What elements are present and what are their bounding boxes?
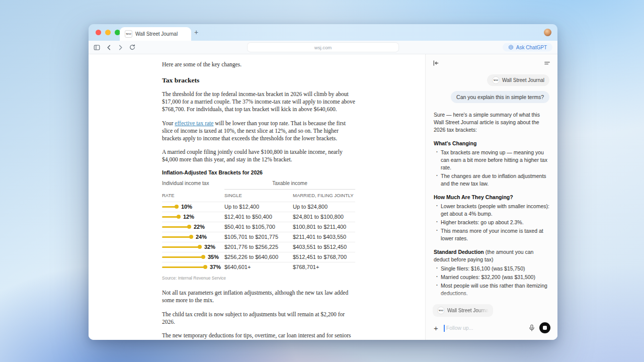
attach-plus-button[interactable]: + xyxy=(433,324,439,332)
traffic-lights xyxy=(96,30,120,35)
bullet-item: Higher brackets: go up about 2.3%. xyxy=(441,219,549,226)
collapse-sidebar-icon[interactable] xyxy=(433,60,439,66)
section-bullets: Lower brackets (people with smaller inco… xyxy=(434,203,549,242)
table-sublabel-right: Taxable income xyxy=(224,180,355,190)
article-paragraph: The new temporary deductions for tips, o… xyxy=(162,332,355,340)
bullet-item: Most people will use this rather than it… xyxy=(441,282,549,297)
address-bar[interactable]: wsj.com xyxy=(248,43,398,52)
rate-label: 10% xyxy=(181,203,192,211)
sidebar-toggle-icon[interactable] xyxy=(94,44,100,51)
married-cell: $512,451 to $768,700 xyxy=(293,253,355,261)
profile-avatar[interactable] xyxy=(544,29,551,36)
reload-icon[interactable] xyxy=(129,44,135,50)
stop-generating-button[interactable] xyxy=(539,322,550,333)
ask-chatgpt-button[interactable]: Ask ChatGPT xyxy=(503,43,552,52)
assistant-intro: Sure — here's a simple summary of what t… xyxy=(434,111,549,134)
tax-table-body: 10% Up to $12,400 Up to $24,800 12% $12,… xyxy=(162,202,355,272)
table-row: 12% $12,401 to $50,400 $24,801 to $100,8… xyxy=(162,212,355,222)
tab-wall-street-journal[interactable]: WSJ Wall Street Journal xyxy=(120,27,191,41)
chatgpt-sidebar: WSJ Wall Street Journal Can you explain … xyxy=(425,54,557,340)
rate-bar xyxy=(162,266,206,268)
tab-title: Wall Street Journal xyxy=(135,31,178,37)
tab-strip: WSJ Wall Street Journal + xyxy=(89,24,557,41)
effective-tax-rate-link[interactable]: effective tax rate xyxy=(175,120,213,126)
bullet-item: Lower brackets (people with smaller inco… xyxy=(441,203,549,218)
openai-logo-icon xyxy=(508,45,514,50)
new-tab-button[interactable]: + xyxy=(191,28,201,37)
table-title: Inflation-Adjusted Tax Brackets for 2026 xyxy=(162,169,355,176)
column-header-rate: RATE xyxy=(162,193,224,199)
table-row: 37% $640,601+ $768,701+ xyxy=(162,262,355,272)
rate-bar xyxy=(162,216,179,218)
single-cell: $640,601+ xyxy=(224,263,293,271)
bullet-item: The changes are due to inflation adjustm… xyxy=(441,172,549,188)
rate-bar xyxy=(162,236,192,238)
article-heading-tax-brackets: Tax brackets xyxy=(162,76,355,85)
article-paragraph: Not all tax parameters get inflation adj… xyxy=(162,289,355,304)
assistant-section: What's Changing Tax brackets are moving … xyxy=(434,140,549,188)
married-cell: $24,801 to $100,800 xyxy=(293,213,355,221)
section-bullets: Single filers: $16,100 (was $15,750)Marr… xyxy=(434,265,549,297)
composer: WSJ Wall Street Journal + xyxy=(426,303,557,340)
article-paragraph: The threshold for the top federal income… xyxy=(162,90,355,114)
article-paragraph: Your effective tax rate will be lower th… xyxy=(162,120,355,143)
window-content: Here are some of the key changes. Tax br… xyxy=(89,54,557,340)
bullet-item: Single filers: $16,100 (was $15,750) xyxy=(441,265,549,273)
single-cell: $50,401 to $105,700 xyxy=(224,223,293,231)
section-bullets: Tax brackets are moving up — meaning you… xyxy=(434,149,549,188)
rate-bar xyxy=(162,206,177,208)
browser-toolbar: wsj.com Ask ChatGPT xyxy=(89,41,557,54)
wsj-badge-icon: WSJ xyxy=(492,76,500,84)
section-heading: How Much Are They Changing? xyxy=(434,194,513,200)
rate-label: 32% xyxy=(204,243,215,251)
table-row: 24% $105,701 to $201,775 $211,401 to $40… xyxy=(162,232,355,242)
rate-bar xyxy=(162,256,204,258)
article-paragraph: A married couple filing jointly could ha… xyxy=(162,148,355,163)
table-source: Source: Internal Revenue Service xyxy=(162,276,355,281)
bullet-item: This means more of your income is taxed … xyxy=(441,227,549,242)
married-cell: $403,551 to $512,450 xyxy=(293,243,355,251)
stop-icon xyxy=(543,326,547,330)
ask-chatgpt-label: Ask ChatGPT xyxy=(516,45,547,50)
minimize-window-button[interactable] xyxy=(105,30,111,35)
close-window-button[interactable] xyxy=(96,30,101,35)
married-cell: $211,401 to $403,550 xyxy=(293,233,355,241)
wsj-badge-icon: WSJ xyxy=(437,307,445,314)
address-url: wsj.com xyxy=(314,45,332,50)
wsj-favicon: WSJ xyxy=(125,30,132,38)
single-cell: $201,776 to $256,225 xyxy=(224,243,293,251)
text-caret xyxy=(444,325,445,332)
user-message-bubble: Can you explain this in simple terms? xyxy=(451,91,549,103)
context-chip-label: Wall Street Journal xyxy=(502,77,544,83)
rate-label: 22% xyxy=(194,223,205,231)
table-sublabel-left: Individual income tax xyxy=(162,180,224,190)
follow-up-input[interactable] xyxy=(444,325,524,331)
composer-chip-label: Wall Street Journal xyxy=(447,308,489,313)
assistant-sections: What's Changing Tax brackets are moving … xyxy=(434,140,549,303)
table-row: 35% $256,226 to $640,600 $512,451 to $76… xyxy=(162,252,355,262)
rate-label: 12% xyxy=(183,213,194,221)
married-cell: Up to $24,800 xyxy=(293,203,355,211)
article-pane: Here are some of the key changes. Tax br… xyxy=(89,54,425,340)
married-cell: $768,701+ xyxy=(293,263,355,271)
single-cell: $105,701 to $201,775 xyxy=(224,233,293,241)
sidebar-menu-icon[interactable] xyxy=(544,60,550,66)
browser-window: WSJ Wall Street Journal + wsj.com Ask Ch… xyxy=(89,24,557,340)
composer-context-chip[interactable]: WSJ Wall Street Journal xyxy=(433,304,493,317)
context-chip[interactable]: WSJ Wall Street Journal xyxy=(487,74,549,86)
single-cell: Up to $12,400 xyxy=(224,203,293,211)
rate-bar xyxy=(162,246,200,248)
column-header-married: MARRIED, FILING JOINTLY xyxy=(293,193,355,199)
bullet-item: Married couples: $32,200 (was $31,500) xyxy=(441,274,549,281)
microphone-icon[interactable] xyxy=(529,324,535,331)
back-icon[interactable] xyxy=(106,45,112,50)
single-cell: $12,401 to $50,400 xyxy=(224,213,293,221)
rate-bar xyxy=(162,226,190,228)
rate-label: 24% xyxy=(196,233,207,241)
rate-label: 35% xyxy=(208,253,219,261)
forward-icon[interactable] xyxy=(118,45,123,50)
section-heading: What's Changing xyxy=(434,140,476,146)
assistant-message: Sure — here's a simple summary of what t… xyxy=(434,111,549,303)
tax-brackets-table: Inflation-Adjusted Tax Brackets for 2026… xyxy=(162,169,355,281)
table-row: 10% Up to $12,400 Up to $24,800 xyxy=(162,202,355,212)
